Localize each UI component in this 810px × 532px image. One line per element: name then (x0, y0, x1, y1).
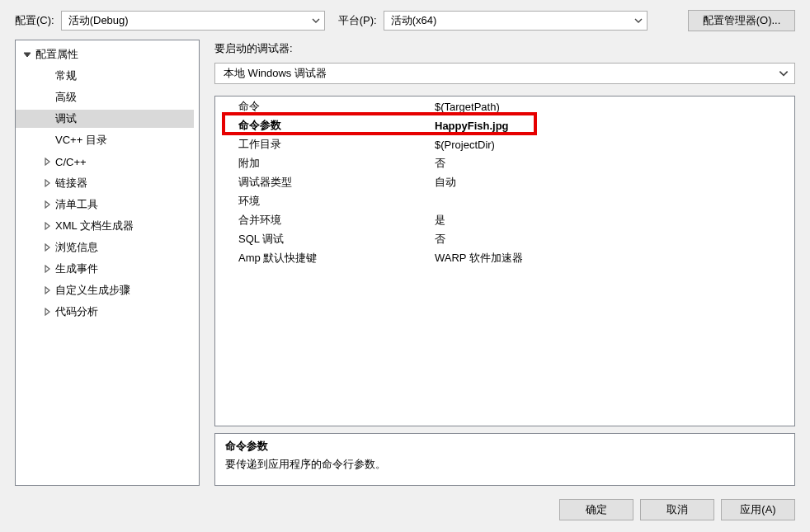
prop-row-command-args[interactable]: 命令参数 HappyFish.jpg (215, 115, 794, 134)
property-pages-dialog: 配置(C): 活动(Debug) 平台(P): 活动(x64) 配置管理器(O)… (0, 0, 810, 532)
tree-item-vcdirs[interactable]: VC++ 目录 (16, 131, 194, 149)
platform-value: 活动(x64) (391, 13, 437, 28)
tree-item-browseinfo[interactable]: 浏览信息 (16, 238, 194, 257)
platform-label: 平台(P): (338, 13, 377, 28)
config-tree: 配置属性 常规 高级 调试 VC++ 目录 C/C++ 链接器 清单工具 XML… (16, 44, 199, 322)
prop-row-working-dir[interactable]: 工作目录 $(ProjectDir) (215, 134, 794, 153)
chevron-down-icon (311, 16, 321, 26)
property-grid[interactable]: 命令 $(TargetPath) 命令参数 HappyFish.jpg 工作目录… (214, 96, 795, 426)
prop-row-attach[interactable]: 附加 否 (215, 153, 794, 172)
expand-closed-icon[interactable] (40, 265, 54, 273)
expand-closed-icon[interactable] (40, 179, 54, 187)
prop-row-amp-accel[interactable]: Amp 默认快捷键 WARP 软件加速器 (215, 248, 794, 267)
prop-row-debugger-type[interactable]: 调试器类型 自动 (215, 172, 794, 191)
launch-label: 要启动的调试器: (214, 41, 795, 56)
tree-item-custombuild[interactable]: 自定义生成步骤 (16, 281, 194, 299)
dialog-button-bar: 确定 取消 应用(A) (0, 489, 810, 532)
description-title: 命令参数 (225, 439, 784, 454)
ok-button[interactable]: 确定 (559, 499, 633, 520)
tree-panel[interactable]: 配置属性 常规 高级 调试 VC++ 目录 C/C++ 链接器 清单工具 XML… (15, 40, 200, 486)
expand-closed-icon[interactable] (40, 200, 54, 209)
tree-item-ccpp[interactable]: C/C++ (16, 153, 194, 171)
config-manager-button[interactable]: 配置管理器(O)... (688, 10, 795, 31)
tree-item-general[interactable]: 常规 (16, 67, 194, 85)
main-area: 配置属性 常规 高级 调试 VC++ 目录 C/C++ 链接器 清单工具 XML… (0, 40, 810, 489)
description-text: 要传递到应用程序的命令行参数。 (225, 457, 784, 472)
cancel-button[interactable]: 取消 (640, 499, 714, 520)
tree-item-linker[interactable]: 链接器 (16, 174, 194, 192)
expand-closed-icon[interactable] (40, 308, 54, 316)
prop-row-command[interactable]: 命令 $(TargetPath) (215, 97, 794, 115)
expand-closed-icon[interactable] (40, 222, 54, 230)
expand-closed-icon[interactable] (40, 243, 54, 252)
tree-item-debug[interactable]: 调试 (16, 110, 194, 128)
top-toolbar: 配置(C): 活动(Debug) 平台(P): 活动(x64) 配置管理器(O)… (0, 0, 810, 40)
platform-combobox[interactable]: 活动(x64) (384, 11, 648, 31)
prop-row-sql-debug[interactable]: SQL 调试 否 (215, 229, 794, 248)
tree-item-buildevents[interactable]: 生成事件 (16, 260, 194, 278)
prop-row-environment[interactable]: 环境 (215, 191, 794, 210)
config-combobox[interactable]: 活动(Debug) (61, 11, 325, 31)
chevron-down-icon (778, 68, 789, 79)
description-panel: 命令参数 要传递到应用程序的命令行参数。 (214, 433, 795, 486)
expand-closed-icon[interactable] (40, 158, 54, 166)
expand-closed-icon[interactable] (40, 286, 54, 294)
config-label: 配置(C): (15, 13, 54, 28)
apply-button[interactable]: 应用(A) (721, 499, 795, 520)
debugger-combobox[interactable]: 本地 Windows 调试器 (214, 63, 795, 84)
tree-root[interactable]: 配置属性 (16, 45, 194, 64)
expand-open-icon[interactable] (21, 50, 34, 59)
config-value: 活动(Debug) (68, 13, 129, 28)
tree-item-manifest[interactable]: 清单工具 (16, 195, 194, 214)
tree-item-codeanalysis[interactable]: 代码分析 (16, 303, 194, 321)
debugger-value: 本地 Windows 调试器 (224, 66, 327, 81)
prop-row-merge-env[interactable]: 合并环境 是 (215, 210, 794, 229)
right-column: 要启动的调试器: 本地 Windows 调试器 命令 $(TargetPath)… (214, 40, 795, 486)
tree-item-advanced[interactable]: 高级 (16, 88, 194, 106)
chevron-down-icon (633, 16, 643, 26)
tree-item-xmldoc[interactable]: XML 文档生成器 (16, 217, 194, 235)
